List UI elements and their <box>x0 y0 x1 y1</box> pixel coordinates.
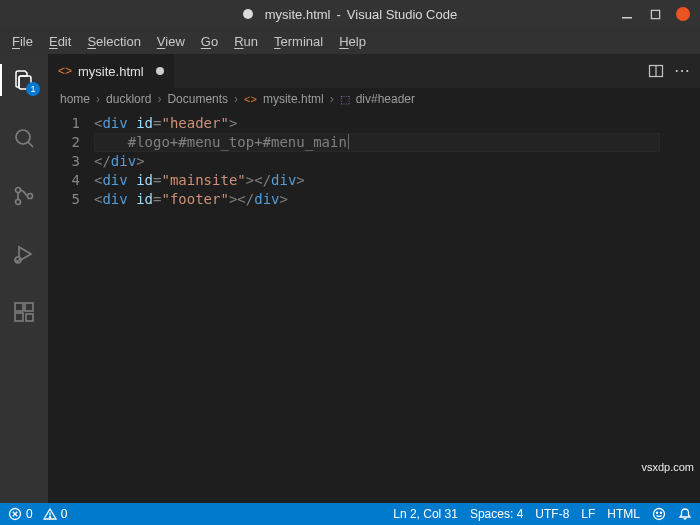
status-encoding[interactable]: UTF-8 <box>535 507 569 521</box>
maximize-button[interactable] <box>648 7 662 21</box>
html-file-icon: <> <box>244 93 257 105</box>
crumb-folder[interactable]: Documents <box>167 92 228 106</box>
svg-rect-9 <box>15 303 23 311</box>
chevron-right-icon: › <box>96 92 100 106</box>
menu-selection[interactable]: Selection <box>79 32 148 51</box>
svg-point-22 <box>660 512 661 513</box>
activity-extensions[interactable] <box>0 292 48 332</box>
close-button[interactable] <box>676 7 690 21</box>
editor-area: <> mysite.html ⋯ home› ducklord› Documen… <box>48 54 700 503</box>
dirty-indicator-icon <box>243 9 253 19</box>
status-ln-col[interactable]: Ln 2, Col 31 <box>393 507 458 521</box>
menu-bar: File Edit Selection View Go Run Terminal… <box>0 28 700 54</box>
split-editor-icon[interactable] <box>648 63 664 79</box>
more-actions-icon[interactable]: ⋯ <box>674 63 690 79</box>
code-line[interactable]: <div id="footer"></div> <box>94 190 700 209</box>
minimize-button[interactable] <box>620 7 634 21</box>
crumb-home[interactable]: home <box>60 92 90 106</box>
html-file-icon: <> <box>58 64 72 78</box>
status-warnings[interactable]: 0 <box>43 507 68 521</box>
window-title: mysite.html - Visual Studio Code <box>0 7 700 22</box>
symbol-icon: ⬚ <box>340 93 350 106</box>
tab-mysite[interactable]: <> mysite.html <box>48 54 175 88</box>
line-number: 4 <box>48 171 80 190</box>
crumb-user[interactable]: ducklord <box>106 92 151 106</box>
menu-file[interactable]: File <box>4 32 41 51</box>
current-line-highlight <box>94 133 660 152</box>
status-warnings-count: 0 <box>61 507 68 521</box>
svg-rect-10 <box>25 303 33 311</box>
code-line[interactable]: </div> <box>94 152 700 171</box>
svg-point-19 <box>49 517 50 518</box>
code-content[interactable]: <div id="header"> #logo+#menu_top+#menu_… <box>94 110 700 503</box>
line-number: 3 <box>48 152 80 171</box>
svg-rect-0 <box>622 17 632 19</box>
svg-point-20 <box>654 509 665 520</box>
watermark-text: vsxdp.com <box>641 458 694 477</box>
code-line[interactable]: <div id="header"> <box>94 114 700 133</box>
svg-rect-1 <box>651 10 659 18</box>
menu-go[interactable]: Go <box>193 32 226 51</box>
breadcrumb[interactable]: home› ducklord› Documents› <> mysite.htm… <box>48 88 700 110</box>
title-separator: - <box>337 7 341 22</box>
svg-point-2 <box>16 130 30 144</box>
menu-view[interactable]: View <box>149 32 193 51</box>
title-bar: mysite.html - Visual Studio Code <box>0 0 700 28</box>
status-bar: 0 0 Ln 2, Col 31 Spaces: 4 UTF-8 LF HTML <box>0 503 700 525</box>
crumb-symbol[interactable]: div#header <box>356 92 415 106</box>
tab-bar: <> mysite.html ⋯ <box>48 54 700 88</box>
menu-run[interactable]: Run <box>226 32 266 51</box>
app-window: mysite.html - Visual Studio Code File Ed… <box>0 0 700 525</box>
code-line[interactable]: <div id="mainsite"></div> <box>94 171 700 190</box>
status-errors[interactable]: 0 <box>8 507 33 521</box>
status-language[interactable]: HTML <box>607 507 640 521</box>
title-filename: mysite.html <box>265 7 331 22</box>
svg-point-4 <box>16 188 21 193</box>
explorer-badge: 1 <box>26 82 40 96</box>
activity-search[interactable] <box>0 118 48 158</box>
activity-explorer[interactable]: 1 <box>0 60 48 100</box>
activity-bar: 1 <box>0 54 48 503</box>
status-feedback-icon[interactable] <box>652 507 666 521</box>
menu-edit[interactable]: Edit <box>41 32 79 51</box>
status-eol[interactable]: LF <box>581 507 595 521</box>
activity-source-control[interactable] <box>0 176 48 216</box>
line-number: 5 <box>48 190 80 209</box>
svg-point-5 <box>16 200 21 205</box>
tab-label: mysite.html <box>78 64 144 79</box>
crumb-file[interactable]: mysite.html <box>263 92 324 106</box>
line-number: 1 <box>48 114 80 133</box>
status-notifications-icon[interactable] <box>678 507 692 521</box>
activity-run-debug[interactable] <box>0 234 48 274</box>
status-indent[interactable]: Spaces: 4 <box>470 507 523 521</box>
chevron-right-icon: › <box>330 92 334 106</box>
title-app: Visual Studio Code <box>347 7 457 22</box>
line-number: 2 <box>48 133 80 152</box>
svg-line-3 <box>28 142 33 147</box>
window-controls <box>620 7 700 21</box>
chevron-right-icon: › <box>234 92 238 106</box>
svg-point-21 <box>656 512 657 513</box>
menu-help[interactable]: Help <box>331 32 374 51</box>
status-errors-count: 0 <box>26 507 33 521</box>
code-editor[interactable]: 1 2 3 4 5 <div id="header"> #logo+#menu_… <box>48 110 700 503</box>
menu-terminal[interactable]: Terminal <box>266 32 331 51</box>
tab-dirty-icon <box>156 67 164 75</box>
line-number-gutter: 1 2 3 4 5 <box>48 110 94 503</box>
chevron-right-icon: › <box>157 92 161 106</box>
svg-rect-12 <box>26 314 33 321</box>
svg-rect-11 <box>15 313 23 321</box>
svg-point-6 <box>28 194 33 199</box>
